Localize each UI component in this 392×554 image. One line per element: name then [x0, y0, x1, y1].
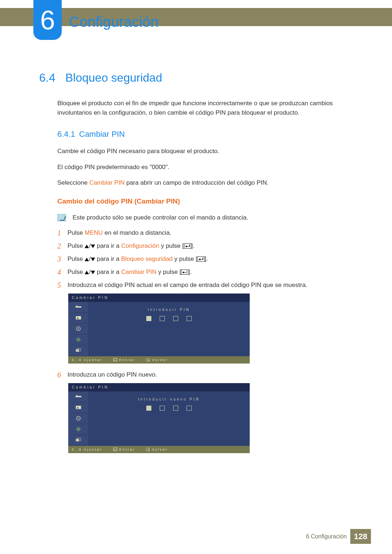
osd-screenshot-1: Cambiar PIN Introducir PIN 0..9 Ajus: [68, 294, 250, 364]
section-intro: Bloquee el producto con el fin de impedi…: [57, 99, 355, 117]
osd-hint-adjust: 0..9 Ajustar: [72, 357, 102, 362]
text-fragment: Pulse: [68, 255, 85, 262]
svg-rect-11: [80, 339, 81, 340]
pin-digit-active: [146, 406, 151, 411]
osd-footer: 0..9 Ajustar Entrar Volver: [68, 356, 250, 364]
osd-sound-icon: [68, 324, 88, 335]
osd-title: Cambiar PIN: [68, 294, 250, 302]
note-row: Este producto sólo se puede controlar co…: [57, 213, 355, 222]
step-3: 3 Pulse / para ir a Bloqueo seguridad y …: [57, 254, 355, 264]
subsection-number: 6.4.1: [57, 128, 79, 140]
svg-point-19: [77, 418, 79, 419]
osd-input-icon: [68, 391, 88, 402]
step-5: 5 Introduzca el código PIN actual en el …: [57, 280, 355, 290]
osd-sidebar: [68, 391, 88, 446]
svg-rect-1: [76, 305, 78, 307]
pin-digit-active: [146, 316, 151, 321]
step-text: Pulse MENU en el mando a distancia.: [68, 228, 355, 238]
osd-screenshot-2: Cambiar PIN Introducir nuevo PIN 0..: [68, 383, 250, 453]
note-icon: [57, 214, 66, 221]
osd-main: Introducir PIN: [88, 302, 250, 356]
step-text: Introduzca un código PIN nuevo.: [68, 370, 355, 379]
arrow-down-icon: [91, 245, 95, 248]
arrow-down-icon: [91, 258, 95, 261]
step-6: 6 Introduzca un código PIN nuevo.: [57, 370, 355, 379]
osd-hint-adjust: 0..9 Ajustar: [72, 447, 102, 452]
svg-point-21: [78, 428, 79, 430]
text-fragment: Pulse: [68, 242, 85, 249]
step-4: 4 Pulse / para ir a Cambiar PIN y pulse …: [57, 267, 355, 277]
osd-input-icon: [68, 302, 88, 313]
pin-input-row: [88, 316, 250, 323]
svg-rect-24: [75, 429, 77, 430]
step-number: 6: [57, 370, 68, 379]
svg-rect-14: [75, 396, 81, 397]
svg-rect-16: [75, 406, 81, 409]
step-number: 5: [57, 280, 68, 290]
text-fragment: ].: [191, 242, 195, 249]
text-fragment: y pulse [: [173, 255, 197, 262]
svg-rect-9: [78, 341, 79, 342]
return-icon: [146, 358, 150, 362]
enter-icon: [184, 243, 191, 249]
svg-rect-2: [75, 316, 81, 320]
osd-multi-icon: [68, 345, 88, 356]
text-fragment: Seleccione: [57, 179, 89, 186]
text-fragment: Volver: [152, 447, 168, 452]
arrow-up-icon: [85, 258, 89, 261]
return-icon: [146, 448, 150, 451]
step-number: 2: [57, 241, 68, 251]
step-2: 2 Pulse / para ir a Configuración y puls…: [57, 241, 355, 251]
osd-hint-back: Volver: [146, 447, 168, 452]
step-number: 4: [57, 267, 68, 277]
osd-sound-icon: [68, 413, 88, 424]
text-fragment: Pulse: [68, 229, 85, 236]
procedure-heading: Cambio del código PIN (Cambiar PIN): [57, 196, 355, 207]
body-text: El código PIN predeterminado es "0000".: [57, 163, 355, 172]
chapter-title: Configuración: [69, 11, 159, 33]
enter-icon: [197, 257, 205, 262]
osd-hint-enter: Entrar: [113, 357, 135, 362]
text-fragment: Entrar: [119, 447, 135, 452]
subsection-title: Cambiar PIN: [79, 130, 125, 139]
body-text: Cambie el código PIN necesario para bloq…: [57, 147, 355, 156]
subsection-heading: 6.4.1Cambiar PIN: [57, 128, 355, 140]
osd-prompt: Introducir PIN: [88, 307, 250, 312]
osd-title: Cambiar PIN: [68, 383, 250, 391]
body-text: Seleccione Cambiar PIN para abrir un cam…: [57, 178, 355, 188]
accent-text: Configuración: [121, 242, 159, 249]
svg-rect-10: [75, 339, 77, 340]
accent-text: Bloqueo seguridad: [121, 255, 173, 262]
osd-setup-icon: [68, 424, 88, 435]
svg-rect-22: [78, 427, 79, 428]
text-fragment: en el mando a distancia.: [103, 229, 171, 236]
section-title: Bloqueo seguridad: [65, 71, 162, 84]
section-number: 6.4: [39, 69, 65, 86]
svg-rect-23: [78, 431, 79, 432]
osd-body: Introducir nuevo PIN: [68, 391, 250, 446]
osd-picture-icon: [68, 313, 88, 324]
accent-text: Cambiar PIN: [89, 179, 124, 186]
pin-digit: [160, 316, 165, 321]
text-fragment: ].: [205, 255, 208, 262]
text-fragment: para ir a: [95, 255, 121, 262]
chapter-number-badge: 6: [33, 0, 62, 40]
accent-text: MENU: [85, 229, 103, 236]
section-heading: 6.4Bloqueo seguridad: [39, 69, 355, 86]
footer-chapter-label: 6 Configuración: [306, 532, 347, 541]
step-text: Introduzca el código PIN actual en el ca…: [68, 280, 355, 290]
osd-setup-icon: [68, 335, 88, 345]
text-fragment: para ir a: [95, 242, 121, 249]
osd-picture-icon: [68, 402, 88, 413]
enter-icon: [181, 270, 188, 275]
pin-digit: [160, 406, 165, 411]
note-text: Este producto sólo se puede controlar co…: [73, 213, 248, 222]
osd-hint-enter: Entrar: [113, 447, 135, 452]
text-fragment: y pulse [: [159, 242, 184, 249]
text-fragment: Volver: [152, 357, 168, 362]
svg-point-5: [77, 328, 79, 330]
svg-rect-8: [78, 337, 79, 338]
step-text: Pulse / para ir a Bloqueo seguridad y pu…: [68, 254, 355, 264]
arrow-up-icon: [85, 245, 89, 248]
svg-rect-0: [75, 306, 81, 308]
